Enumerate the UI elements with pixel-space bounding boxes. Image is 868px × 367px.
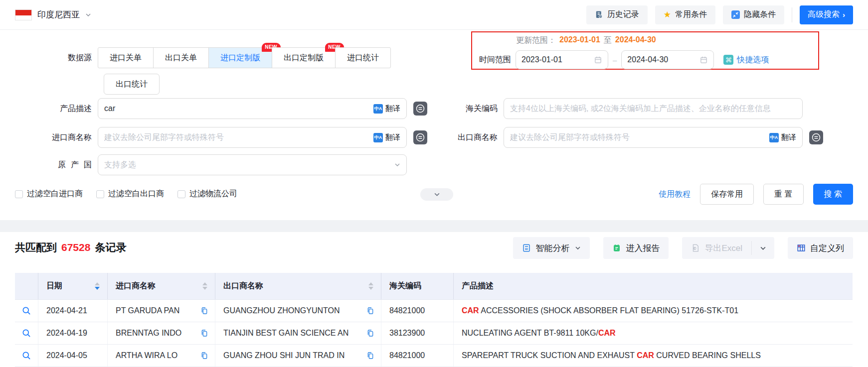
tutorial-link[interactable]: 使用教程 — [659, 189, 691, 200]
hs-code-field — [504, 98, 803, 119]
importer-input[interactable] — [104, 133, 373, 142]
top-bar: 印度尼西亚 历史记录 ★ 常用条件 隐藏条件 高级搜索 › — [0, 0, 868, 30]
collapse-form-button[interactable] — [420, 188, 453, 201]
advanced-search-button[interactable]: 高级搜索 › — [800, 5, 853, 24]
sort-desc-icon — [202, 287, 207, 290]
translate-button[interactable]: 中A 翻译 — [373, 104, 400, 114]
sort-asc-icon — [95, 282, 100, 285]
sort-desc-icon — [368, 287, 373, 290]
update-range-end: 2024-04-30 — [615, 35, 656, 46]
export-excel-button[interactable]: 导出Excel — [682, 237, 751, 259]
copy-icon[interactable] — [200, 307, 208, 315]
save-common-button[interactable]: 保存常用 — [700, 184, 754, 205]
product-desc-cell: SPAREPART TRUCK SUCTION AND EXHAUST CAR … — [454, 345, 853, 367]
tab-import-stats[interactable]: 进口统计 — [335, 47, 391, 68]
tab-export-custom[interactable]: 出口定制版NEW — [272, 47, 336, 68]
results-count: 67528 — [61, 242, 90, 253]
results-table: 日期 进口商名称 出口商名称 海关编码 产品描述 20 — [15, 273, 853, 367]
form-actions: 使用教程 保存常用 重 置 搜 索 — [659, 184, 853, 205]
tab-export-declaration[interactable]: 出口关单 — [153, 47, 209, 68]
search-button[interactable]: 搜 索 — [813, 184, 853, 205]
sort-desc-icon — [95, 287, 100, 290]
sort-exporter[interactable] — [368, 282, 373, 290]
country-selector[interactable]: 印度尼西亚 — [15, 9, 91, 20]
checkbox[interactable] — [15, 190, 23, 198]
filter-blank-importer[interactable]: 过滤空白进口商 — [15, 189, 83, 199]
table-row[interactable]: 2024-04-05 ARTHA WIRA LO GUANG ZHOU SHI … — [15, 345, 853, 367]
sort-date[interactable] — [95, 282, 100, 290]
start-date-input[interactable]: 2023-01-01 — [516, 50, 608, 69]
table-row[interactable]: 2024-04-19 BRENNTAG INDO TIANJIN BEST GA… — [15, 322, 853, 345]
enter-report-button[interactable]: 进入报告 — [603, 237, 669, 259]
collapse-icon — [731, 10, 740, 19]
favorites-button[interactable]: ★ 常用条件 — [655, 5, 715, 24]
tab-export-stats[interactable]: 出口统计 — [104, 74, 160, 95]
importer-row: 进口商名称 中A 翻译 — [15, 127, 427, 148]
custom-columns-label: 自定义列 — [810, 243, 844, 254]
copy-icon[interactable] — [200, 352, 208, 360]
checkbox[interactable] — [96, 190, 104, 198]
data-source-row-2: 出口统计 — [104, 74, 160, 95]
exact-match-toggle[interactable] — [809, 130, 823, 144]
sort-importer[interactable] — [202, 282, 207, 290]
row-detail-cell — [15, 300, 38, 322]
section-separator — [0, 220, 868, 232]
tab-import-custom[interactable]: 进口定制版NEW — [208, 47, 272, 68]
checkbox-label: 过滤空白进口商 — [27, 189, 83, 199]
header-label: 出口商名称 — [223, 281, 263, 291]
copy-icon[interactable] — [366, 352, 374, 360]
history-button[interactable]: 历史记录 — [586, 5, 648, 24]
translate-button[interactable]: 中A 翻译 — [769, 133, 796, 142]
sort-asc-icon — [368, 282, 373, 285]
reset-button[interactable]: 重 置 — [763, 184, 803, 205]
importer-cell: PT GARUDA PAN — [108, 300, 215, 322]
header-label: 海关编码 — [389, 281, 421, 291]
tab-import-declaration[interactable]: 进口关单 — [98, 47, 154, 68]
hs-code-input[interactable] — [510, 104, 796, 113]
exporter-input[interactable] — [510, 133, 769, 142]
header-product-desc: 产品描述 — [454, 273, 853, 299]
export-options-button[interactable] — [752, 237, 774, 259]
exporter-name: GUANG ZHOU SHI JUN TRAD IN — [223, 351, 345, 360]
chevron-down-icon — [760, 245, 766, 251]
exact-match-toggle[interactable] — [413, 102, 427, 116]
quick-options-link[interactable]: ⌘ 快捷选项 — [723, 55, 769, 65]
exporter-label: 出口商名称 — [439, 132, 504, 143]
product-desc-input[interactable] — [104, 104, 373, 113]
copy-icon[interactable] — [366, 329, 374, 337]
date-cell: 2024-04-05 — [38, 345, 108, 367]
custom-columns-button[interactable]: 自定义列 — [788, 237, 853, 259]
end-date-input[interactable]: 2024-04-30 — [621, 50, 714, 69]
view-detail-icon[interactable] — [21, 351, 31, 361]
translate-label: 翻译 — [385, 104, 400, 114]
checkbox[interactable] — [177, 190, 185, 198]
smart-analysis-button[interactable]: BI 智能分析 — [513, 237, 590, 259]
results-toolbar: BI 智能分析 进入报告 导出Excel 自定义列 — [513, 237, 853, 259]
translate-button[interactable]: 中A 翻译 — [373, 133, 400, 142]
view-detail-icon[interactable] — [21, 328, 31, 338]
copy-icon[interactable] — [366, 307, 374, 315]
importer-cell: ARTHA WIRA LO — [108, 345, 215, 367]
exporter-cell: GUANGZHOU ZHONGYUNTON — [215, 300, 381, 322]
copy-icon[interactable] — [200, 329, 208, 337]
view-detail-icon[interactable] — [21, 306, 31, 316]
results-section: 共匹配到 67528 条记录 BI 智能分析 进入报告 导出Excel — [0, 232, 868, 367]
chevron-down-icon — [85, 12, 91, 18]
history-icon — [595, 10, 603, 19]
app-screen: 印度尼西亚 历史记录 ★ 常用条件 隐藏条件 高级搜索 › — [0, 0, 868, 367]
origin-input[interactable] — [104, 160, 394, 169]
header-hs-code: 海关编码 — [381, 273, 454, 299]
hide-conditions-button[interactable]: 隐藏条件 — [723, 5, 784, 24]
table-row[interactable]: 2024-04-21 PT GARUDA PAN GUANGZHOU ZHONG… — [15, 300, 853, 322]
product-desc-field: 中A 翻译 — [98, 98, 407, 119]
translate-icon: 中A — [373, 104, 383, 114]
swap-circle-icon — [415, 132, 425, 142]
header-label: 日期 — [46, 281, 62, 291]
filter-blank-exporter[interactable]: 过滤空白出口商 — [96, 189, 164, 199]
filter-logistics-company[interactable]: 过滤物流公司 — [177, 189, 237, 199]
export-excel-label: 导出Excel — [704, 243, 742, 254]
summary-prefix: 共匹配到 — [15, 241, 57, 254]
origin-select[interactable] — [98, 154, 407, 175]
analysis-icon: BI — [522, 244, 531, 252]
exact-match-toggle[interactable] — [413, 130, 427, 144]
